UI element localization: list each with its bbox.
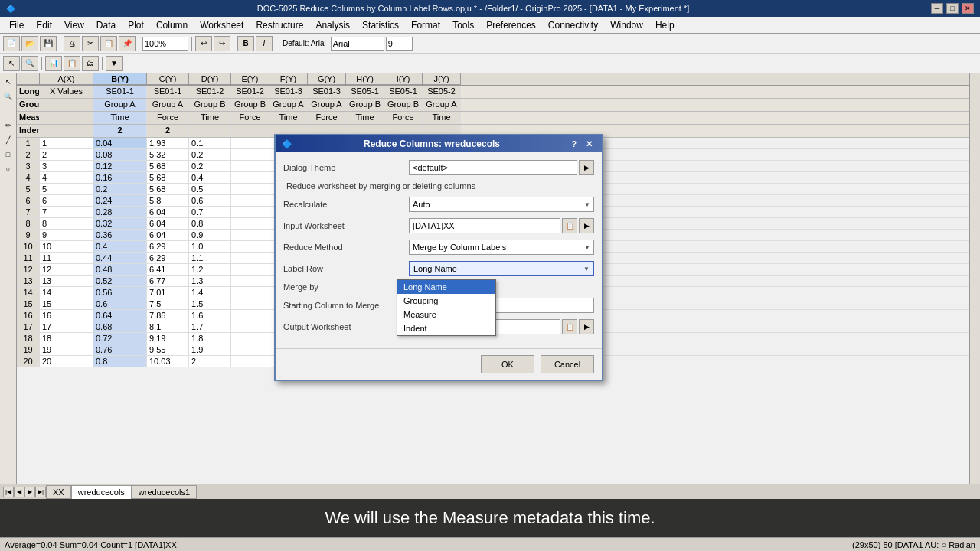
data-cell[interactable]: 2 xyxy=(40,149,93,160)
data-cell[interactable]: 4 xyxy=(40,172,93,183)
data-cell[interactable]: 6.29 xyxy=(147,253,189,263)
data-cell[interactable]: 6.04 xyxy=(147,207,189,217)
theme-arrow-btn[interactable]: ▶ xyxy=(579,160,594,175)
data-cell[interactable]: 0.32 xyxy=(93,218,147,229)
data-cell[interactable] xyxy=(231,207,270,217)
data-cell[interactable]: 0.12 xyxy=(93,161,147,171)
data-cell[interactable]: 8.1 xyxy=(147,321,189,332)
reduce-method-combo[interactable]: Merge by Column Labels ▼ xyxy=(409,240,594,255)
dropdown-measure[interactable]: Measure xyxy=(397,308,495,321)
data-cell[interactable]: 6.04 xyxy=(147,230,189,240)
menu-view[interactable]: View xyxy=(58,18,90,32)
data-cell[interactable]: 0.16 xyxy=(93,172,147,183)
data-cell[interactable]: 1 xyxy=(40,138,93,148)
italic-btn[interactable]: I xyxy=(256,36,273,51)
filter-btn[interactable]: ▼ xyxy=(106,56,122,71)
output-worksheet-arrow-btn[interactable]: ▶ xyxy=(579,319,594,334)
data-cell[interactable]: 0.08 xyxy=(93,149,147,160)
data-cell[interactable]: 0.52 xyxy=(93,276,147,286)
close-button[interactable]: ✕ xyxy=(962,3,974,14)
recalculate-combo[interactable]: Auto ▼ xyxy=(409,197,594,212)
data-cell[interactable] xyxy=(231,149,270,160)
undo-btn[interactable]: ↩ xyxy=(195,36,212,51)
data-cell[interactable]: 6 xyxy=(40,195,93,206)
data-cell[interactable]: 0.28 xyxy=(93,207,147,217)
data-cell[interactable]: 3 xyxy=(40,161,93,171)
data-cell[interactable]: 1.4 xyxy=(189,287,231,298)
data-cell[interactable] xyxy=(231,230,270,240)
col-a-header[interactable]: A(X) xyxy=(40,73,93,85)
data-cell[interactable] xyxy=(231,321,270,332)
input-worksheet-field[interactable] xyxy=(409,218,560,233)
col-c-header[interactable]: C(Y) xyxy=(147,73,189,85)
data-cell[interactable]: 0.76 xyxy=(93,344,147,355)
data-cell[interactable]: 0.48 xyxy=(93,264,147,275)
data-btn[interactable]: 🗂 xyxy=(82,56,99,71)
data-cell[interactable]: 12 xyxy=(40,264,93,275)
data-cell[interactable]: 15 xyxy=(40,298,93,309)
theme-input[interactable] xyxy=(409,160,577,175)
data-cell[interactable]: 1.2 xyxy=(189,264,231,275)
data-cell[interactable]: 0.64 xyxy=(93,310,147,321)
data-cell[interactable] xyxy=(231,218,270,229)
data-cell[interactable]: 5.68 xyxy=(147,161,189,171)
data-cell[interactable]: 0.36 xyxy=(93,230,147,240)
save-btn[interactable]: 💾 xyxy=(40,36,57,51)
data-cell[interactable] xyxy=(231,310,270,321)
print-btn[interactable]: 🖨 xyxy=(64,36,80,51)
data-cell[interactable]: 6.41 xyxy=(147,264,189,275)
data-cell[interactable]: 0.72 xyxy=(93,333,147,344)
data-cell[interactable]: 0.9 xyxy=(189,230,231,240)
data-cell[interactable]: 1.7 xyxy=(189,321,231,332)
paste-btn[interactable]: 📌 xyxy=(119,36,136,51)
tool-draw[interactable]: ✏ xyxy=(2,119,15,132)
tool-rect[interactable]: □ xyxy=(2,148,15,161)
data-cell[interactable]: 1.6 xyxy=(189,310,231,321)
data-cell[interactable]: 6.04 xyxy=(147,218,189,229)
font-combo[interactable]: Arial xyxy=(331,37,384,51)
menu-worksheet[interactable]: Worksheet xyxy=(194,18,250,32)
data-cell[interactable] xyxy=(231,138,270,148)
window-controls[interactable]: ─ □ ✕ xyxy=(931,3,974,14)
menu-preferences[interactable]: Preferences xyxy=(480,18,542,32)
data-cell[interactable]: 10.03 xyxy=(147,356,189,367)
menu-column[interactable]: Column xyxy=(150,18,194,32)
data-cell[interactable]: 0.44 xyxy=(93,253,147,263)
col-f-header[interactable]: F(Y) xyxy=(270,73,308,85)
data-cell[interactable]: 0.2 xyxy=(189,149,231,160)
tool-zoom[interactable]: 🔍 xyxy=(2,90,15,103)
dropdown-grouping[interactable]: Grouping xyxy=(397,294,495,308)
data-cell[interactable]: 0.5 xyxy=(189,184,231,194)
new-btn[interactable]: 📄 xyxy=(3,36,20,51)
data-cell[interactable]: 5.8 xyxy=(147,195,189,206)
data-cell[interactable]: 13 xyxy=(40,276,93,286)
select-btn[interactable]: ↖ xyxy=(3,56,20,71)
data-cell[interactable] xyxy=(231,195,270,206)
dialog-controls[interactable]: ? ✕ xyxy=(568,139,596,149)
data-cell[interactable] xyxy=(231,264,270,275)
menu-help[interactable]: Help xyxy=(649,18,681,32)
data-cell[interactable]: 0.04 xyxy=(93,138,147,148)
data-cell[interactable] xyxy=(231,333,270,344)
data-cell[interactable]: 1.5 xyxy=(189,298,231,309)
bold-btn[interactable]: B xyxy=(237,36,254,51)
col-d-header[interactable]: D(Y) xyxy=(189,73,231,85)
copy-btn[interactable]: 📋 xyxy=(100,36,117,51)
data-cell[interactable] xyxy=(231,287,270,298)
label-row-combo[interactable]: Long Name ▼ xyxy=(409,261,594,276)
data-cell[interactable]: 7.01 xyxy=(147,287,189,298)
data-cell[interactable]: 0.24 xyxy=(93,195,147,206)
sheet-tab-wreducecols1[interactable]: wreducecols1 xyxy=(132,485,197,499)
menu-statistics[interactable]: Statistics xyxy=(356,18,405,32)
input-worksheet-arrow-btn[interactable]: ▶ xyxy=(579,218,594,233)
table-btn[interactable]: 📋 xyxy=(64,56,80,71)
data-cell[interactable]: 17 xyxy=(40,321,93,332)
data-cell[interactable]: 16 xyxy=(40,310,93,321)
data-cell[interactable]: 0.2 xyxy=(189,161,231,171)
col-b-header[interactable]: B(Y) xyxy=(93,73,147,85)
data-cell[interactable]: 18 xyxy=(40,333,93,344)
data-cell[interactable]: 7.5 xyxy=(147,298,189,309)
menu-window[interactable]: Window xyxy=(604,18,649,32)
data-cell[interactable]: 6.29 xyxy=(147,241,189,252)
menu-plot[interactable]: Plot xyxy=(122,18,150,32)
